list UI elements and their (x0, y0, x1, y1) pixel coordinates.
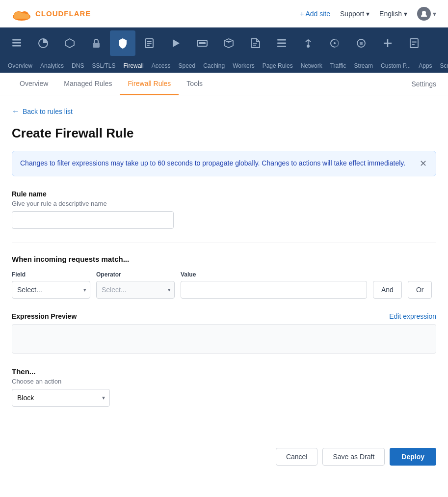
rule-name-hint: Give your rule a descriptive name (12, 200, 436, 207)
then-section: Then... Choose an action Block Allow Cha… (12, 367, 436, 407)
operator-select-wrap: Select... ▾ (96, 281, 175, 299)
svg-point-5 (14, 12, 23, 18)
text-nav: Overview Analytics DNS SSL/TLS Firewall … (0, 59, 448, 73)
footer-buttons: Cancel Save as Draft Deploy (0, 438, 448, 477)
textnav-traffic[interactable]: Traffic (326, 62, 350, 69)
svg-rect-16 (147, 45, 150, 46)
language-button[interactable]: English ▾ (379, 10, 407, 18)
top-nav-right: + Add site Support ▾ English ▾ ▾ (300, 7, 436, 21)
svg-rect-24 (277, 46, 286, 47)
save-draft-button[interactable]: Save as Draft (322, 448, 385, 466)
chevron-down-icon: ▾ (366, 10, 369, 18)
nav-scrape[interactable] (401, 30, 427, 56)
expression-section: Expression Preview Edit expression (12, 312, 436, 354)
nav-custompages[interactable] (348, 30, 374, 56)
then-hint: Choose an action (12, 378, 436, 385)
textnav-speed[interactable]: Speed (174, 62, 199, 69)
textnav-stream[interactable]: Stream (350, 62, 377, 69)
operator-group: Operator Select... ▾ (96, 271, 175, 299)
value-group: Value (181, 271, 367, 299)
nav-dns[interactable] (57, 30, 82, 56)
svg-point-25 (307, 45, 310, 48)
tab-managed-rules[interactable]: Managed Rules (56, 73, 120, 95)
textnav-workers[interactable]: Workers (229, 62, 258, 69)
account-button[interactable]: ▾ (417, 7, 436, 21)
chevron-down-icon: ▾ (433, 10, 436, 18)
textnav-scrape[interactable]: Scrape S... (436, 62, 448, 69)
nav-apps[interactable] (375, 30, 400, 56)
svg-point-26 (334, 42, 336, 44)
or-button[interactable]: Or (408, 281, 432, 299)
value-input[interactable] (181, 281, 367, 299)
nav-overview[interactable] (4, 30, 29, 56)
nav-analytics[interactable] (30, 30, 56, 56)
nav-network[interactable] (269, 30, 294, 56)
textnav-caching[interactable]: Caching (199, 62, 229, 69)
rule-name-label: Rule name (12, 190, 436, 198)
nav-stream[interactable] (322, 30, 347, 56)
nav-speed[interactable] (163, 30, 188, 56)
nav-firewall[interactable] (110, 30, 135, 56)
main-content: ← Back to rules list Create Firewall Rul… (0, 95, 448, 418)
svg-rect-22 (277, 39, 286, 41)
add-site-button[interactable]: + Add site (300, 10, 330, 18)
operator-select[interactable]: Select... (96, 281, 175, 299)
top-nav: CLOUDFLARE + Add site Support ▾ English … (0, 0, 448, 28)
svg-rect-7 (12, 39, 21, 41)
textnav-overview[interactable]: Overview (4, 62, 36, 69)
close-banner-button[interactable]: ✕ (419, 158, 428, 169)
and-button[interactable]: And (373, 281, 402, 299)
info-banner: Changes to filter expressions may take u… (12, 151, 436, 176)
nav-workers[interactable] (216, 30, 241, 56)
match-section: When incoming requests match... Field Se… (12, 255, 436, 299)
textnav-network[interactable]: Network (297, 62, 326, 69)
textnav-pagerules[interactable]: Page Rules (259, 62, 297, 69)
textnav-analytics[interactable]: Analytics (36, 62, 68, 69)
deploy-button[interactable]: Deploy (390, 448, 436, 466)
nav-caching[interactable] (189, 30, 215, 56)
nav-pagerules[interactable] (242, 30, 268, 56)
action-select[interactable]: Block Allow Challenge (Captcha) JS Chall… (12, 389, 110, 407)
value-label: Value (181, 271, 367, 278)
textnav-dns[interactable]: DNS (68, 62, 88, 69)
svg-rect-33 (412, 44, 415, 45)
textnav-access[interactable]: Access (148, 62, 175, 69)
support-button[interactable]: Support ▾ (340, 10, 369, 18)
info-banner-text: Changes to filter expressions may take u… (20, 158, 405, 168)
back-to-rules-link[interactable]: ← Back to rules list (12, 107, 436, 116)
svg-rect-9 (12, 45, 21, 47)
svg-rect-31 (412, 41, 417, 42)
cloudflare-logo-svg (12, 7, 31, 21)
svg-rect-15 (147, 43, 152, 44)
textnav-custompages[interactable]: Custom P... (377, 62, 415, 69)
svg-marker-11 (65, 39, 74, 48)
edit-expression-button[interactable]: Edit expression (389, 312, 436, 320)
nav-ssl[interactable] (83, 30, 109, 56)
page-tabs-left: Overview Managed Rules Firewall Rules To… (12, 73, 211, 95)
cancel-button[interactable]: Cancel (276, 448, 318, 466)
svg-rect-14 (147, 41, 152, 42)
logo[interactable]: CLOUDFLARE (12, 7, 91, 21)
page-tabs: Overview Managed Rules Firewall Rules To… (0, 73, 448, 95)
field-select[interactable]: Select... (12, 281, 90, 299)
expression-box (12, 324, 436, 354)
settings-link[interactable]: Settings (411, 73, 436, 95)
textnav-firewall[interactable]: Firewall (119, 62, 147, 69)
tab-tools[interactable]: Tools (179, 73, 211, 95)
nav-access[interactable] (136, 30, 162, 56)
back-arrow-icon: ← (12, 107, 20, 116)
page-title: Create Firewall Rule (12, 126, 436, 141)
field-label: Field (12, 271, 90, 278)
svg-rect-23 (277, 43, 286, 44)
field-row: Field Select... ▾ Operator Select... ▾ (12, 271, 436, 299)
textnav-apps[interactable]: Apps (415, 62, 436, 69)
account-avatar (417, 7, 431, 21)
tab-firewall-rules[interactable]: Firewall Rules (120, 73, 179, 95)
expression-header: Expression Preview Edit expression (12, 312, 436, 320)
rule-name-input[interactable] (12, 211, 174, 229)
match-section-title: When incoming requests match... (12, 255, 436, 263)
textnav-ssl[interactable]: SSL/TLS (88, 62, 119, 69)
svg-marker-17 (173, 39, 180, 47)
tab-overview[interactable]: Overview (12, 73, 56, 95)
nav-traffic[interactable] (295, 30, 321, 56)
